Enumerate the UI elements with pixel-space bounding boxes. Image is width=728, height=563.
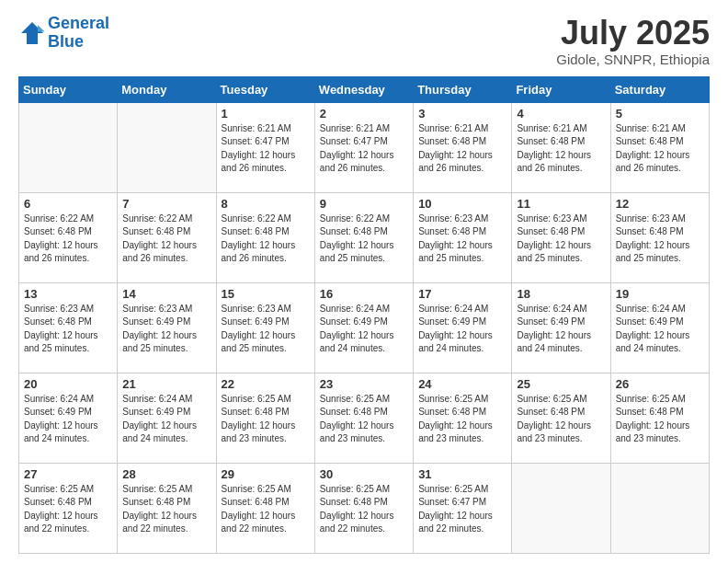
calendar-day: 17Sunrise: 6:24 AMSunset: 6:49 PMDayligh… — [414, 282, 512, 373]
day-number: 24 — [418, 377, 506, 391]
calendar-day: 26Sunrise: 6:25 AMSunset: 6:48 PMDayligh… — [610, 373, 709, 463]
logo-line2: Blue — [48, 33, 109, 52]
day-number: 9 — [320, 197, 408, 211]
calendar-day: 14Sunrise: 6:23 AMSunset: 6:49 PMDayligh… — [118, 282, 216, 373]
day-number: 5 — [616, 107, 704, 121]
calendar-day: 23Sunrise: 6:25 AMSunset: 6:48 PMDayligh… — [314, 373, 413, 463]
calendar-day: 25Sunrise: 6:25 AMSunset: 6:48 PMDayligh… — [512, 373, 610, 463]
calendar-day: 9Sunrise: 6:22 AMSunset: 6:48 PMDaylight… — [314, 192, 413, 282]
day-number: 17 — [418, 287, 506, 301]
empty-day — [512, 463, 610, 553]
day-info: Sunrise: 6:23 AMSunset: 6:49 PMDaylight:… — [222, 303, 310, 356]
svg-marker-1 — [38, 25, 45, 32]
day-info: Sunrise: 6:21 AMSunset: 6:48 PMDaylight:… — [418, 122, 506, 176]
day-info: Sunrise: 6:24 AMSunset: 6:49 PMDaylight:… — [320, 303, 408, 356]
day-number: 21 — [122, 377, 210, 391]
calendar-day: 10Sunrise: 6:23 AMSunset: 6:48 PMDayligh… — [414, 192, 512, 282]
calendar-day: 8Sunrise: 6:22 AMSunset: 6:48 PMDaylight… — [216, 192, 314, 282]
day-info: Sunrise: 6:25 AMSunset: 6:47 PMDaylight:… — [418, 483, 506, 536]
calendar-day: 22Sunrise: 6:25 AMSunset: 6:48 PMDayligh… — [216, 373, 314, 463]
day-info: Sunrise: 6:23 AMSunset: 6:49 PMDaylight:… — [122, 303, 210, 356]
day-info: Sunrise: 6:24 AMSunset: 6:49 PMDaylight:… — [616, 303, 704, 356]
day-number: 25 — [517, 377, 605, 391]
day-number: 23 — [320, 377, 408, 391]
day-info: Sunrise: 6:23 AMSunset: 6:48 PMDaylight:… — [616, 213, 704, 266]
day-number: 27 — [24, 467, 112, 481]
calendar-day: 2Sunrise: 6:21 AMSunset: 6:47 PMDaylight… — [314, 102, 413, 192]
day-info: Sunrise: 6:25 AMSunset: 6:48 PMDaylight:… — [320, 483, 408, 536]
day-info: Sunrise: 6:21 AMSunset: 6:48 PMDaylight:… — [616, 122, 704, 176]
day-number: 3 — [418, 107, 506, 121]
day-number: 13 — [24, 287, 112, 301]
day-number: 26 — [616, 377, 704, 391]
day-info: Sunrise: 6:23 AMSunset: 6:48 PMDaylight:… — [24, 303, 112, 356]
calendar-day: 1Sunrise: 6:21 AMSunset: 6:47 PMDaylight… — [216, 102, 314, 192]
weekday-header: Tuesday — [216, 76, 314, 102]
calendar-day: 11Sunrise: 6:23 AMSunset: 6:48 PMDayligh… — [512, 192, 610, 282]
day-info: Sunrise: 6:25 AMSunset: 6:48 PMDaylight:… — [122, 483, 210, 536]
day-number: 7 — [122, 197, 210, 211]
calendar-day: 18Sunrise: 6:24 AMSunset: 6:49 PMDayligh… — [512, 282, 610, 373]
calendar-day: 20Sunrise: 6:24 AMSunset: 6:49 PMDayligh… — [19, 373, 118, 463]
day-info: Sunrise: 6:25 AMSunset: 6:48 PMDaylight:… — [517, 393, 605, 446]
empty-day — [118, 102, 216, 192]
calendar-day: 27Sunrise: 6:25 AMSunset: 6:48 PMDayligh… — [19, 463, 118, 553]
month-title: July 2025 — [556, 15, 710, 52]
header: General Blue July 2025 Gidole, SNNPR, Et… — [18, 15, 710, 67]
calendar-day: 16Sunrise: 6:24 AMSunset: 6:49 PMDayligh… — [314, 282, 413, 373]
calendar-day: 13Sunrise: 6:23 AMSunset: 6:48 PMDayligh… — [19, 282, 118, 373]
calendar-day: 12Sunrise: 6:23 AMSunset: 6:48 PMDayligh… — [610, 192, 709, 282]
calendar-day: 30Sunrise: 6:25 AMSunset: 6:48 PMDayligh… — [314, 463, 413, 553]
day-number: 4 — [517, 107, 605, 121]
day-info: Sunrise: 6:25 AMSunset: 6:48 PMDaylight:… — [222, 483, 310, 536]
calendar-day: 28Sunrise: 6:25 AMSunset: 6:48 PMDayligh… — [118, 463, 216, 553]
calendar-table: SundayMondayTuesdayWednesdayThursdayFrid… — [18, 76, 710, 554]
day-number: 1 — [222, 107, 310, 121]
day-info: Sunrise: 6:25 AMSunset: 6:48 PMDaylight:… — [616, 393, 704, 446]
day-number: 16 — [320, 287, 408, 301]
day-info: Sunrise: 6:23 AMSunset: 6:48 PMDaylight:… — [418, 213, 506, 266]
day-number: 31 — [418, 467, 506, 481]
day-number: 12 — [616, 197, 704, 211]
day-info: Sunrise: 6:21 AMSunset: 6:47 PMDaylight:… — [320, 122, 408, 176]
calendar-day: 31Sunrise: 6:25 AMSunset: 6:47 PMDayligh… — [414, 463, 512, 553]
page: General Blue July 2025 Gidole, SNNPR, Et… — [0, 0, 728, 563]
day-info: Sunrise: 6:22 AMSunset: 6:48 PMDaylight:… — [222, 213, 310, 266]
day-number: 6 — [24, 197, 112, 211]
day-info: Sunrise: 6:25 AMSunset: 6:48 PMDaylight:… — [222, 393, 310, 446]
day-info: Sunrise: 6:22 AMSunset: 6:48 PMDaylight:… — [320, 213, 408, 266]
day-number: 14 — [122, 287, 210, 301]
logo: General Blue — [18, 15, 109, 52]
day-info: Sunrise: 6:24 AMSunset: 6:49 PMDaylight:… — [122, 393, 210, 446]
day-number: 28 — [122, 467, 210, 481]
day-info: Sunrise: 6:22 AMSunset: 6:48 PMDaylight:… — [122, 213, 210, 266]
day-info: Sunrise: 6:21 AMSunset: 6:48 PMDaylight:… — [517, 122, 605, 176]
day-info: Sunrise: 6:23 AMSunset: 6:48 PMDaylight:… — [517, 213, 605, 266]
day-number: 22 — [222, 377, 310, 391]
day-info: Sunrise: 6:25 AMSunset: 6:48 PMDaylight:… — [418, 393, 506, 446]
calendar-day: 19Sunrise: 6:24 AMSunset: 6:49 PMDayligh… — [610, 282, 709, 373]
calendar-day: 21Sunrise: 6:24 AMSunset: 6:49 PMDayligh… — [118, 373, 216, 463]
calendar-day: 4Sunrise: 6:21 AMSunset: 6:48 PMDaylight… — [512, 102, 610, 192]
location: Gidole, SNNPR, Ethiopia — [556, 52, 710, 67]
day-number: 30 — [320, 467, 408, 481]
day-number: 15 — [222, 287, 310, 301]
empty-day — [610, 463, 709, 553]
logo-line1: General — [48, 14, 109, 32]
day-number: 19 — [616, 287, 704, 301]
calendar-day: 3Sunrise: 6:21 AMSunset: 6:48 PMDaylight… — [414, 102, 512, 192]
day-number: 11 — [517, 197, 605, 211]
day-info: Sunrise: 6:25 AMSunset: 6:48 PMDaylight:… — [24, 483, 112, 536]
calendar-day: 7Sunrise: 6:22 AMSunset: 6:48 PMDaylight… — [118, 192, 216, 282]
day-info: Sunrise: 6:24 AMSunset: 6:49 PMDaylight:… — [24, 393, 112, 446]
calendar-day: 5Sunrise: 6:21 AMSunset: 6:48 PMDaylight… — [610, 102, 709, 192]
day-number: 10 — [418, 197, 506, 211]
calendar-day: 6Sunrise: 6:22 AMSunset: 6:48 PMDaylight… — [19, 192, 118, 282]
calendar-day: 24Sunrise: 6:25 AMSunset: 6:48 PMDayligh… — [414, 373, 512, 463]
day-info: Sunrise: 6:21 AMSunset: 6:47 PMDaylight:… — [222, 122, 310, 176]
weekday-header: Friday — [512, 76, 610, 102]
weekday-header: Wednesday — [314, 76, 413, 102]
day-info: Sunrise: 6:24 AMSunset: 6:49 PMDaylight:… — [418, 303, 506, 356]
day-number: 8 — [222, 197, 310, 211]
weekday-header: Saturday — [610, 76, 709, 102]
